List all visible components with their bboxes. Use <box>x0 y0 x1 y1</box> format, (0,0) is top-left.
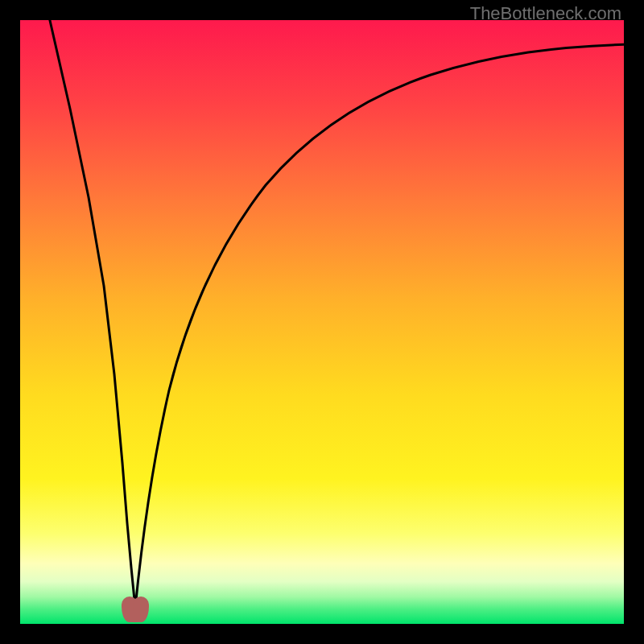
watermark-label: TheBottleneck.com <box>470 3 621 24</box>
curve-right-branch <box>135 44 624 608</box>
plot-area <box>20 20 624 624</box>
bottleneck-curve <box>20 20 624 624</box>
curve-left-branch <box>49 20 135 608</box>
chart-frame: TheBottleneck.com <box>0 0 644 644</box>
